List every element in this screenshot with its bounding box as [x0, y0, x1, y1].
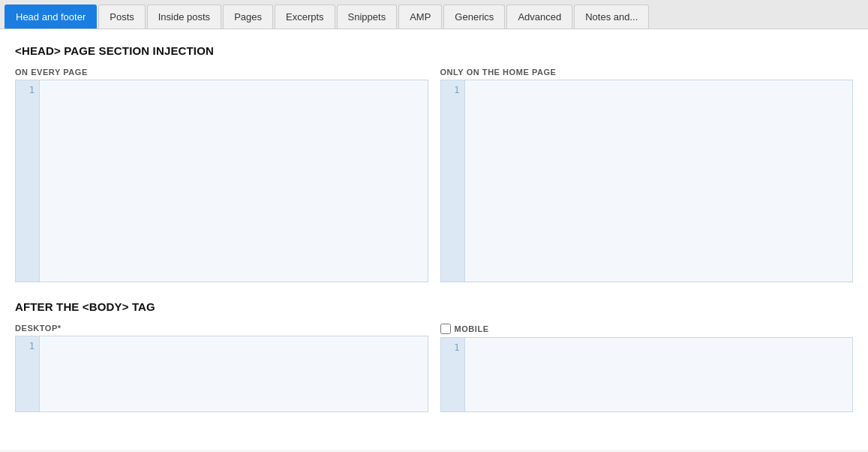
head-home-page-textarea[interactable] [465, 80, 853, 282]
body-mobile-checkbox[interactable] [440, 324, 451, 334]
body-desktop-editor[interactable]: 1 [15, 336, 428, 412]
head-home-page-col: ONLY ON THE HOME PAGE 1 [440, 68, 854, 282]
main-content: <HEAD> PAGE SECTION INJECTION ON EVERY P… [0, 29, 868, 450]
body-section: AFTER THE <BODY> TAG DESKTOP* 1 MOBILE 1 [15, 300, 853, 412]
body-mobile-editor[interactable]: 1 [440, 337, 854, 412]
tab-generics[interactable]: Generics [443, 5, 505, 29]
body-desktop-col: DESKTOP* 1 [15, 324, 428, 412]
tab-amp[interactable]: AMP [398, 5, 442, 29]
head-section: <HEAD> PAGE SECTION INJECTION ON EVERY P… [15, 44, 853, 282]
head-every-page-line-numbers: 1 [16, 80, 40, 282]
tab-inside-posts[interactable]: Inside posts [147, 5, 221, 29]
head-every-page-label: ON EVERY PAGE [15, 68, 428, 77]
head-every-page-editor[interactable]: 1 [15, 80, 428, 282]
tab-snippets[interactable]: Snippets [337, 5, 398, 29]
tab-advanced[interactable]: Advanced [506, 5, 572, 29]
body-mobile-line-numbers: 1 [441, 338, 465, 411]
tab-bar: Head and footer Posts Inside posts Pages… [0, 0, 868, 29]
head-home-page-label: ONLY ON THE HOME PAGE [440, 68, 854, 77]
tab-pages[interactable]: Pages [223, 5, 273, 29]
body-desktop-line-numbers: 1 [16, 336, 40, 411]
head-section-columns: ON EVERY PAGE 1 ONLY ON THE HOME PAGE 1 [15, 68, 853, 282]
body-mobile-label-row: MOBILE [440, 324, 854, 334]
head-every-page-col: ON EVERY PAGE 1 [15, 68, 428, 282]
head-section-title: <HEAD> PAGE SECTION INJECTION [15, 44, 853, 57]
tab-head-and-footer[interactable]: Head and footer [5, 5, 97, 29]
head-home-page-line-numbers: 1 [441, 80, 465, 282]
body-mobile-col: MOBILE 1 [440, 324, 854, 412]
head-home-page-editor[interactable]: 1 [440, 80, 854, 282]
tab-excerpts[interactable]: Excerpts [275, 5, 335, 29]
body-desktop-label: DESKTOP* [15, 324, 428, 333]
tab-notes-and[interactable]: Notes and... [574, 5, 649, 29]
tab-posts[interactable]: Posts [98, 5, 146, 29]
body-section-title: AFTER THE <BODY> TAG [15, 300, 853, 313]
body-mobile-label-text: MOBILE [455, 324, 489, 333]
body-section-columns: DESKTOP* 1 MOBILE 1 [15, 324, 853, 412]
body-desktop-textarea[interactable] [40, 336, 428, 411]
body-mobile-textarea[interactable] [465, 338, 853, 411]
head-every-page-textarea[interactable] [40, 80, 428, 282]
